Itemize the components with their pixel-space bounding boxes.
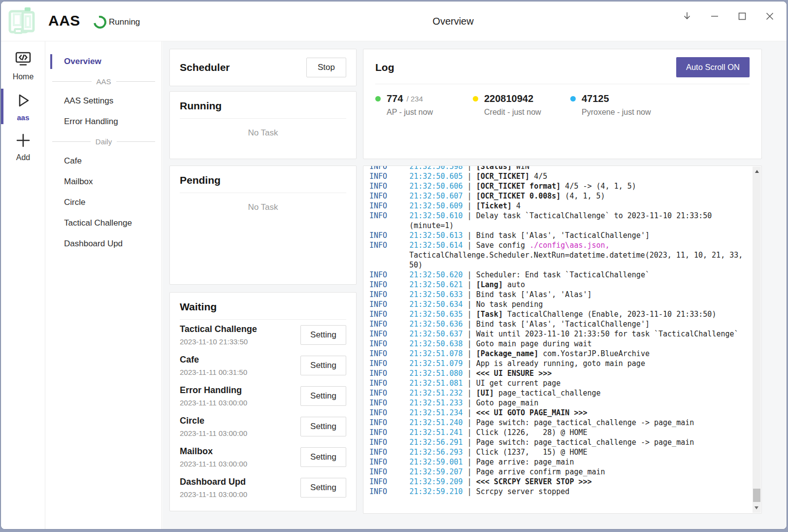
stat-value: 47125: [582, 93, 609, 104]
sidebar-item-tactical-challenge[interactable]: Tactical Challenge: [46, 213, 162, 233]
rail-item-home[interactable]: Home: [1, 47, 45, 85]
setting-button-error-handling[interactable]: Setting: [300, 386, 346, 406]
log-level: INFO: [369, 241, 409, 250]
log-timestamp: 21:32:51.232: [409, 389, 462, 398]
log-timestamp: 21:32:50.598: [409, 166, 462, 171]
log-timestamp: 21:32:56.293: [409, 448, 462, 457]
tasks-column: Scheduler Stop Running No Task Pending N…: [169, 49, 357, 511]
sidebar-item-overview[interactable]: Overview: [46, 51, 162, 72]
stop-button[interactable]: Stop: [306, 58, 346, 77]
stat-credit: 220810942Credit - just now: [473, 93, 570, 117]
setting-button-mailbox[interactable]: Setting: [300, 447, 346, 467]
waiting-task-next-run: 2023-11-11 03:00:00: [180, 429, 247, 437]
pending-empty-text: No Task: [180, 202, 346, 212]
log-separator: |: [463, 166, 476, 171]
log-timestamp: 21:32:50.609: [409, 201, 462, 210]
log-timestamp: 21:32:50.607: [409, 192, 462, 200]
log-line: INFO 21:32:50.613 | Bind task ['Alas', '…: [369, 231, 745, 240]
log-message-segment: (4, 1, 5): [560, 192, 605, 200]
log-line: INFO 21:32:59.209 | <<< SCRCPY SERVER ST…: [369, 477, 745, 487]
sidebar-item-error-handling[interactable]: Error Handling: [46, 111, 162, 132]
log-timestamp: 21:32:51.078: [409, 349, 462, 358]
log-separator: |: [463, 408, 476, 417]
log-level: INFO: [369, 369, 409, 378]
log-line: INFO 21:32:51.078 | [Package_name] com.Y…: [369, 349, 745, 359]
log-separator: |: [463, 369, 476, 378]
app-name: AAS: [48, 12, 80, 29]
log-message-segment: [Package_name]: [476, 349, 538, 358]
scroll-down-icon[interactable]: [755, 506, 758, 509]
rail-item-label: Add: [16, 153, 30, 162]
log-message-segment: Click (1226, 28) @ HOME: [476, 428, 588, 437]
log-message-segment: page_tactical_challenge: [494, 389, 601, 398]
log-message-segment: UI get current page: [476, 379, 561, 388]
minimize-button[interactable]: [707, 8, 722, 25]
log-separator: |: [463, 458, 476, 466]
log-separator: |: [463, 448, 476, 457]
log-level: INFO: [369, 339, 409, 348]
log-line: INFO 21:32:59.210 | Scrcpy server stoppe…: [369, 487, 745, 497]
sidebar: OverviewAASAAS SettingsError HandlingDai…: [46, 41, 162, 529]
pending-card: Pending No Task: [169, 166, 357, 285]
log-level: INFO: [369, 320, 409, 329]
log-message-segment: 4/5: [529, 172, 547, 181]
rail-item-aas[interactable]: aas: [1, 88, 45, 125]
log-level: INFO: [369, 330, 409, 338]
setting-button-cafe[interactable]: Setting: [300, 356, 346, 375]
waiting-card: Waiting Tactical Challenge2023-11-10 21:…: [169, 292, 357, 511]
log-message-segment: Bind task ['Alas', 'Alas']: [476, 290, 592, 299]
log-message-segment: <<< UI GOTO PAGE_MAIN >>>: [476, 408, 588, 417]
maximize-icon: [737, 11, 747, 21]
log-timestamp: 21:32:59.210: [409, 487, 462, 496]
auto-scroll-toggle[interactable]: Auto Scroll ON: [676, 57, 750, 77]
log-message-segment: No task pending: [476, 300, 543, 309]
log-level: INFO: [369, 182, 409, 191]
waiting-task-info: Circle2023-11-11 03:00:00: [180, 416, 247, 437]
log-message-segment: App is already running, goto main page: [476, 359, 645, 368]
log-level: INFO: [369, 458, 409, 466]
scroll-up-icon[interactable]: [755, 170, 759, 173]
setting-button-circle[interactable]: Setting: [300, 417, 346, 436]
log-line: INFO 21:32:50.621 | [Lang] auto: [369, 280, 745, 290]
log-line: INFO 21:32:51.232 | [UI] page_tactical_c…: [369, 388, 745, 398]
log-timestamp: 21:32:50.636: [409, 320, 462, 329]
log-message-segment: [OCR_TICKET]: [476, 172, 529, 181]
log-timestamp: 21:32:51.240: [409, 418, 462, 427]
log-separator: |: [463, 280, 476, 289]
sidebar-item-dashboard-upd[interactable]: Dashboard Upd: [46, 233, 162, 254]
log-line: INFO 21:32:50.606 | [OCR_TICKET format] …: [369, 181, 745, 191]
log-viewer[interactable]: INFO 21:32:50.598 | [Status] WININFO 21:…: [363, 166, 762, 514]
log-scrollbar[interactable]: [753, 166, 761, 513]
maximize-button[interactable]: [734, 8, 750, 25]
waiting-task-row: Tactical Challenge2023-11-10 21:33:50Set…: [180, 320, 346, 350]
rail-item-add[interactable]: Add: [1, 128, 45, 166]
dashboard-stats: 774/ 234AP - just now220810942Credit - j…: [375, 93, 750, 117]
sidebar-item-aas-settings[interactable]: AAS Settings: [46, 91, 162, 111]
sidebar-item-mailbox[interactable]: Mailbox: [46, 171, 162, 192]
stat-label: Pyroxene - just now: [582, 108, 668, 117]
scrollbar-thumb[interactable]: [753, 489, 760, 502]
waiting-title: Waiting: [180, 301, 346, 313]
log-separator: |: [463, 428, 476, 437]
log-separator: |: [463, 477, 476, 486]
sidebar-item-circle[interactable]: Circle: [46, 192, 162, 213]
log-separator: |: [463, 201, 476, 210]
minimize-icon: [710, 11, 720, 21]
sidebar-item-cafe[interactable]: Cafe: [46, 151, 162, 171]
log-level: INFO: [369, 290, 409, 299]
log-message-segment: [Status]: [476, 166, 512, 171]
close-button[interactable]: [762, 8, 778, 25]
update-download-button[interactable]: [679, 8, 695, 25]
log-level: INFO: [369, 487, 409, 496]
log-timestamp: 21:32:51.234: [409, 408, 462, 417]
setting-button-tactical-challenge[interactable]: Setting: [300, 325, 346, 345]
log-timestamp: 21:32:50.633: [409, 290, 462, 299]
log-column: Log Auto Scroll ON 774/ 234AP - just now…: [363, 49, 762, 514]
log-timestamp: 21:32:59.209: [409, 477, 462, 486]
log-timestamp: 21:32:50.620: [409, 270, 462, 279]
setting-button-dashboard-upd[interactable]: Setting: [300, 478, 346, 498]
log-timestamp: 21:32:56.291: [409, 438, 462, 447]
log-line: INFO 21:32:50.609 | [Ticket] 4: [369, 201, 745, 211]
log-timestamp: 21:32:51.079: [409, 359, 462, 368]
log-timestamp: 21:32:50.638: [409, 339, 462, 348]
